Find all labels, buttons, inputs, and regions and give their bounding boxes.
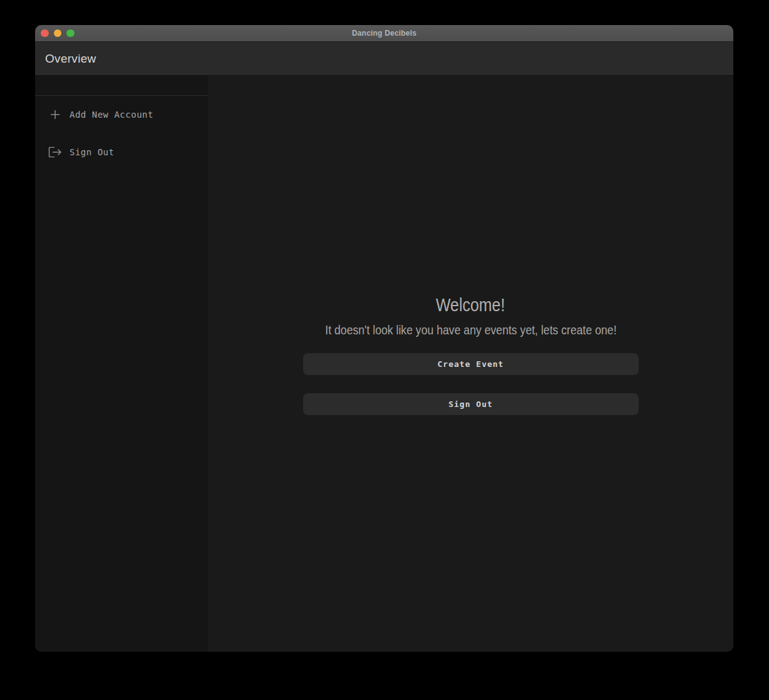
create-event-button[interactable]: Create Event xyxy=(303,353,639,375)
page-title: Overview xyxy=(45,52,96,66)
sidebar-top-spacer xyxy=(35,76,208,96)
page-header: Overview xyxy=(35,42,733,76)
welcome-message: It doesn't look like you have any events… xyxy=(325,322,616,338)
sidebar-item-label: Sign Out xyxy=(70,147,114,157)
app-window: Dancing Decibels Overview Add New Accoun… xyxy=(35,25,733,652)
sidebar: Add New Account Sign Out xyxy=(35,76,208,652)
desktop: { "window": { "title": "Dancing Decibels… xyxy=(0,0,769,700)
titlebar[interactable]: Dancing Decibels xyxy=(35,25,733,42)
window-content: Add New Account Sign Out Welcome! It doe… xyxy=(35,76,733,652)
welcome-block: Welcome! It doesn't look like you have a… xyxy=(303,294,639,415)
traffic-lights xyxy=(41,25,75,41)
welcome-title: Welcome! xyxy=(436,294,505,316)
sidebar-item-sign-out[interactable]: Sign Out xyxy=(35,133,208,171)
minimize-button[interactable] xyxy=(54,29,62,38)
sign-out-icon xyxy=(46,147,64,158)
sidebar-item-add-new-account[interactable]: Add New Account xyxy=(35,96,208,133)
window-title: Dancing Decibels xyxy=(352,29,416,38)
sidebar-item-label: Add New Account xyxy=(70,110,153,120)
close-button[interactable] xyxy=(41,29,49,38)
zoom-button[interactable] xyxy=(66,29,75,38)
sign-out-main-button[interactable]: Sign Out xyxy=(303,393,639,415)
main-panel: Welcome! It doesn't look like you have a… xyxy=(208,76,733,652)
plus-icon xyxy=(46,110,64,120)
